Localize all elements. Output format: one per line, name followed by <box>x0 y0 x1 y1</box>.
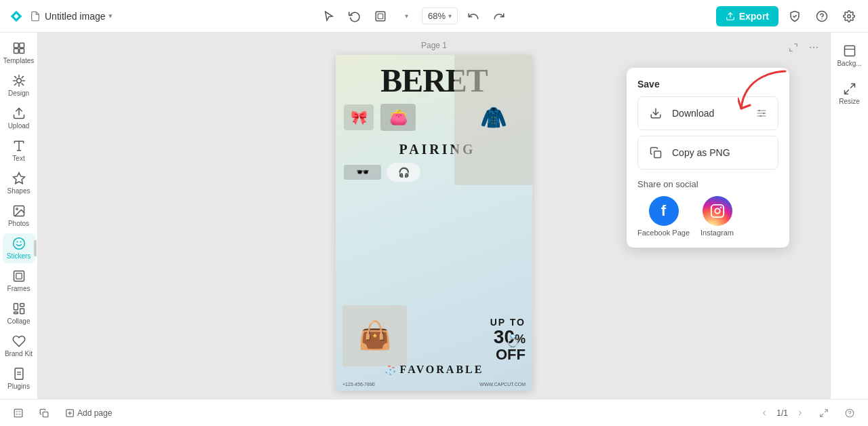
rotate-tool-btn[interactable] <box>344 6 365 26</box>
svg-rect-21 <box>20 303 24 306</box>
svg-rect-18 <box>14 271 24 281</box>
sidebar-item-upload[interactable]: Upload <box>3 103 35 133</box>
svg-rect-6 <box>14 43 18 47</box>
download-settings-icon[interactable] <box>753 105 770 121</box>
facebook-icon: f <box>649 196 679 226</box>
sidebar-item-photos[interactable]: Photos <box>3 201 35 231</box>
next-page-btn[interactable] <box>792 405 808 421</box>
expand-btn[interactable] <box>814 406 834 421</box>
svg-rect-33 <box>654 151 661 158</box>
templates-label: Templates <box>3 57 35 65</box>
sidebar-item-frames[interactable]: Frames <box>3 266 35 296</box>
right-panel-resize[interactable]: Resize <box>833 76 866 111</box>
page-label: Page 1 <box>421 41 447 50</box>
help-icon-btn[interactable] <box>811 5 833 27</box>
main-layout: Templates Design Upload Text Shapes Phot… <box>0 33 868 399</box>
zoom-value: 68% <box>428 11 446 21</box>
svg-rect-19 <box>16 273 21 278</box>
share-section: Share on social f Facebook Page Instagra… <box>637 179 778 237</box>
svg-rect-43 <box>43 412 48 417</box>
svg-point-32 <box>760 115 762 117</box>
copy-icon <box>646 143 665 162</box>
facebook-share[interactable]: f Facebook Page <box>637 196 690 237</box>
export-label: Export <box>739 11 769 22</box>
download-option[interactable]: Download <box>637 96 778 130</box>
svg-rect-39 <box>16 410 18 412</box>
offer-line3: OFF <box>407 347 526 363</box>
sidebar-item-plugins[interactable]: Plugins <box>3 364 35 393</box>
right-panel-background[interactable]: Backg... <box>833 38 866 73</box>
undo-btn[interactable] <box>463 6 484 26</box>
svg-rect-8 <box>14 48 18 53</box>
svg-point-14 <box>16 208 17 210</box>
frame-tool-btn[interactable] <box>370 6 391 26</box>
svg-rect-20 <box>14 303 18 309</box>
svg-point-31 <box>763 113 765 115</box>
background-label: Backg... <box>837 60 861 68</box>
canvas-action-btn[interactable] <box>785 39 802 56</box>
svg-point-36 <box>719 207 722 209</box>
select-tool-btn[interactable] <box>319 6 339 26</box>
instagram-share[interactable]: Instagram <box>701 196 734 237</box>
topbar-right: Export <box>716 5 860 27</box>
sidebar-item-stickers[interactable]: Stickers <box>3 233 35 263</box>
sidebar-item-design[interactable]: Design <box>3 71 35 100</box>
document-title[interactable]: Untitled image ▾ <box>30 11 113 22</box>
canvas-more-btn[interactable]: ⋯ <box>806 39 822 56</box>
help-bottom-btn[interactable] <box>840 406 860 421</box>
svg-rect-24 <box>15 368 23 379</box>
add-page-label: Add page <box>77 408 112 418</box>
svg-rect-40 <box>19 410 21 412</box>
title-chevron: ▾ <box>108 12 113 20</box>
resize-label: Resize <box>839 98 860 106</box>
sidebar-item-text[interactable]: Text <box>3 136 35 166</box>
title-text: Untitled image <box>45 11 106 22</box>
redo-btn[interactable] <box>489 6 509 26</box>
sidebar-item-templates[interactable]: Templates <box>3 38 35 68</box>
download-icon <box>646 104 665 123</box>
page-indicator: 1/1 <box>776 408 788 418</box>
bottombar-right: 1/1 <box>756 405 860 421</box>
instagram-icon <box>703 196 732 226</box>
plugins-label: Plugins <box>7 383 30 391</box>
text-label: Text <box>12 155 24 163</box>
add-page-btn[interactable]: Add page <box>60 406 117 421</box>
svg-point-10 <box>16 78 21 83</box>
canvas-controls: ⋯ <box>785 39 822 56</box>
bottombar: Add page 1/1 <box>0 399 868 426</box>
active-indicator <box>34 240 37 256</box>
duplicate-page-btn[interactable] <box>34 406 54 421</box>
svg-rect-0 <box>376 12 385 21</box>
shield-icon-btn[interactable] <box>784 5 806 27</box>
thumbnail-btn[interactable] <box>8 406 28 421</box>
sidebar-item-brandkit[interactable]: Brand Kit <box>3 331 35 361</box>
svg-point-30 <box>758 110 760 112</box>
zoom-chevron: ▾ <box>448 12 452 20</box>
sidebar-item-collage[interactable]: Collage <box>3 298 35 328</box>
app-logo[interactable] <box>8 8 24 24</box>
settings-icon-btn[interactable] <box>838 5 860 27</box>
export-button[interactable]: Export <box>716 6 778 26</box>
facebook-label: Facebook Page <box>637 229 690 237</box>
stickers-label: Stickers <box>7 252 31 260</box>
topbar-center: ▾ 68% ▾ <box>319 6 509 26</box>
design-label: Design <box>8 90 29 98</box>
canvas-website: WWW.CAPCUT.COM <box>479 382 526 387</box>
shapes-label: Shapes <box>7 187 31 195</box>
prev-page-btn[interactable] <box>756 405 772 421</box>
canvas-area[interactable]: Page 1 ⋯ BERET 🧥 🎀 👛 <box>38 33 830 399</box>
copy-png-option[interactable]: Copy as PNG <box>637 136 778 170</box>
svg-point-15 <box>13 237 24 249</box>
sidebar-item-shapes[interactable]: Shapes <box>3 168 35 198</box>
instagram-label: Instagram <box>701 229 734 237</box>
design-canvas[interactable]: BERET 🧥 🎀 👛 PAIRING 🕶️ 🎧 <box>336 55 532 391</box>
right-panel: Backg... Resize <box>830 33 868 399</box>
svg-rect-22 <box>20 309 24 314</box>
zoom-control[interactable]: 68% ▾ <box>422 7 458 24</box>
frame-dropdown-btn[interactable]: ▾ <box>396 6 416 26</box>
svg-rect-42 <box>19 413 21 414</box>
topbar: Untitled image ▾ ▾ 68% ▾ Export <box>0 0 868 33</box>
svg-rect-7 <box>19 43 24 47</box>
page-nav: 1/1 <box>756 405 808 421</box>
svg-rect-1 <box>378 14 383 19</box>
